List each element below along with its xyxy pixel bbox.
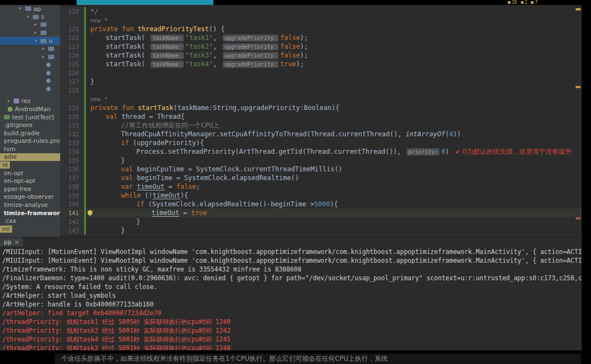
- tree-item[interactable]: adle: [0, 153, 60, 161]
- console-line[interactable]: /System: A resource failed to call close…: [2, 282, 582, 291]
- code-line-131[interactable]: 131//将工作线程绑定在同一个CPU上: [60, 121, 582, 130]
- tree-item[interactable]: tvm: [0, 145, 60, 153]
- code-line-139[interactable]: 139while (!timeOut){: [60, 191, 582, 200]
- tree-item[interactable]: pper-free: [0, 185, 60, 193]
- tree-item[interactable]: build.gradle: [0, 129, 60, 137]
- tree-item[interactable]: id: [0, 161, 60, 169]
- inspection-badge[interactable]: 10: [508, 0, 517, 5]
- tree-item[interactable]: ▸: [0, 29, 60, 37]
- tree-item[interactable]: ▾ap: [0, 5, 60, 13]
- code-line-125[interactable]: 125startTask( taskName:"task4", upgradeP…: [60, 60, 582, 68]
- tree-item[interactable]: [0, 77, 60, 85]
- console-line[interactable]: /threadPriority: 线程task4 经过 5001秒 实际获得执行…: [2, 335, 582, 344]
- code-line-142[interactable]: 142}: [60, 217, 582, 226]
- code-line-124[interactable]: 124startTask( taskName:"task3", upgradeP…: [60, 51, 582, 60]
- code-line-130[interactable]: 130val thread = Thread{: [60, 112, 582, 121]
- console-tab-app[interactable]: pp ×: [0, 238, 23, 246]
- console-line[interactable]: /artHelper: find target 0xb4000077234d2e…: [2, 309, 582, 317]
- vcs-change-bar: [84, 130, 86, 138]
- console-line[interactable]: /MIUIInput: [MotionEvent] ViewRootImpl w…: [2, 247, 582, 256]
- console-output[interactable]: /MIUIInput: [MotionEvent] ViewRootImpl w…: [0, 246, 582, 350]
- tree-item[interactable]: [0, 85, 60, 93]
- vcs-change-bar: [84, 200, 86, 209]
- tree-item[interactable]: .gitignore: [0, 121, 60, 129]
- code-line-141[interactable]: 141timeOut = true: [60, 209, 582, 217]
- android-icon: [8, 107, 13, 112]
- tree-item-label: id: [0, 161, 10, 169]
- tree-item[interactable]: ▾u: [0, 37, 60, 45]
- code-line-134[interactable]: 134Process.setThreadPriority(ArtThread.g…: [60, 147, 582, 156]
- code-vision-hint[interactable]: new *: [60, 16, 582, 25]
- chevron-down-icon[interactable]: ▾: [34, 37, 39, 45]
- tree-item[interactable]: test [unitTest]: [0, 113, 60, 122]
- code-segment: ;: [196, 183, 200, 190]
- tree-item[interactable]: on-opt-apt: [0, 177, 60, 185]
- code-line-132[interactable]: 132ThreadCpuAffinityManager.setCpuAffini…: [60, 130, 582, 138]
- parameter-hint: taskName:: [150, 34, 183, 42]
- code-editor[interactable]: 120*/new *121private fun threadPriorityT…: [60, 5, 582, 237]
- stripe-mark[interactable]: [576, 86, 581, 88]
- code-line-123[interactable]: 123startTask( taskName:"task2", upgradeP…: [60, 42, 582, 51]
- code-line-121[interactable]: 121private fun threadPriorityTest() {: [60, 25, 582, 33]
- code-line-135[interactable]: 135}: [60, 156, 582, 165]
- tree-item[interactable]: .cxx: [0, 217, 60, 225]
- close-icon[interactable]: ×: [14, 239, 19, 246]
- tree-item[interactable]: ▸: [0, 53, 60, 61]
- chevron-right-icon[interactable]: ▸: [34, 21, 39, 28]
- code-line-137[interactable]: 137val beginTime = SystemClock.elapsedRe…: [60, 174, 582, 182]
- stripe-mark[interactable]: [576, 217, 581, 219]
- tree-item[interactable]: ▸res: [0, 97, 60, 106]
- tree-item[interactable]: ▾s: [0, 13, 60, 21]
- chevron-right-icon[interactable]: ▸: [42, 45, 47, 53]
- tree-item[interactable]: ▸: [0, 45, 60, 53]
- vcs-change-bar: [84, 226, 86, 235]
- editor-lines[interactable]: 120*/new *121private fun threadPriorityT…: [60, 5, 582, 235]
- code-line-136[interactable]: 136val beginCpuTime = SystemClock.curren…: [60, 165, 582, 174]
- inspections-widget[interactable]: 1027: [508, 0, 537, 5]
- tree-item[interactable]: [0, 61, 60, 69]
- project-tree-panel[interactable]: ▾ap▾s▸▸▾u▸▸▸resAndroidMantest [unitTest]…: [0, 5, 61, 237]
- chevron-down-icon[interactable]: ▾: [19, 5, 24, 13]
- code-line-126[interactable]: 126: [60, 68, 582, 77]
- code-text: val beginTime = SystemClock.elapsedRealt…: [121, 174, 299, 182]
- tree-item[interactable]: [0, 69, 60, 77]
- chevron-right-icon[interactable]: ▸: [42, 53, 47, 61]
- code-segment: ,: [213, 34, 221, 42]
- tree-item[interactable]: timize-analyse: [0, 201, 60, 209]
- console-line[interactable]: /threadPriority: 线程task2 经过 5001秒 实际获得执行…: [2, 326, 582, 335]
- code-line-120[interactable]: 120*/: [60, 7, 582, 16]
- console-line[interactable]: /threadPriority: 线程task3 经过 5001秒 实际获得执行…: [2, 344, 582, 350]
- inspection-badge[interactable]: 7: [531, 0, 537, 5]
- inspection-badge[interactable]: 2: [521, 0, 528, 5]
- code-line-128[interactable]: 128: [60, 86, 582, 95]
- editor-error-stripe[interactable]: [575, 5, 582, 237]
- code-line-140[interactable]: 140if (SystemClock.elapsedRealtime()-beg…: [60, 200, 582, 209]
- folder-icon: [40, 22, 47, 27]
- tree-item[interactable]: on-opt: [0, 169, 60, 177]
- code-line-138[interactable]: 138var timeOut = false;: [60, 182, 582, 191]
- console-line[interactable]: /timizeframework: This is non sticky GC,…: [2, 265, 582, 274]
- console-line[interactable]: /ArtHelper: handle is 0xb4000077133ab160: [2, 300, 582, 309]
- tree-item[interactable]: proguard-rules.pro: [0, 137, 60, 146]
- console-line[interactable]: /MIUIInput: [MotionEvent] ViewRootImpl w…: [2, 256, 582, 265]
- chevron-right-icon[interactable]: ▸: [8, 97, 13, 105]
- console-line[interactable]: /FinalizerDaemon: type=1400 audit(0.0:29…: [2, 274, 582, 282]
- console-line[interactable]: /ArtHelper: start load_symbols: [2, 291, 582, 300]
- code-line-133[interactable]: 133if (upgradePriority){: [60, 138, 582, 147]
- code-line-122[interactable]: 122startTask( taskName:"task1", upgradeP…: [60, 33, 582, 42]
- intention-bulb-icon[interactable]: [88, 210, 92, 215]
- console-line[interactable]: /threadPriority: 线程task1 经过 5005秒 实际获得执行…: [2, 317, 582, 326]
- code-line-129[interactable]: 129private fun startTask(taskName:String…: [60, 103, 582, 112]
- tree-item[interactable]: AndroidMan: [0, 105, 60, 113]
- stripe-mark[interactable]: [576, 8, 581, 10]
- code-segment: //将工作线程绑定在同一个CPU上: [121, 122, 219, 129]
- tree-item[interactable]: essage-observer: [0, 193, 60, 201]
- tree-item[interactable]: ml: [0, 225, 60, 233]
- chevron-right-icon[interactable]: ▸: [34, 29, 39, 37]
- tree-item[interactable]: timize-framework: [0, 209, 60, 217]
- chevron-down-icon[interactable]: ▾: [27, 13, 32, 21]
- code-line-127[interactable]: 127}: [60, 77, 582, 86]
- tree-item[interactable]: ▸: [0, 21, 60, 29]
- code-line-143[interactable]: 143}: [60, 226, 582, 235]
- code-vision-hint[interactable]: new *: [60, 95, 582, 103]
